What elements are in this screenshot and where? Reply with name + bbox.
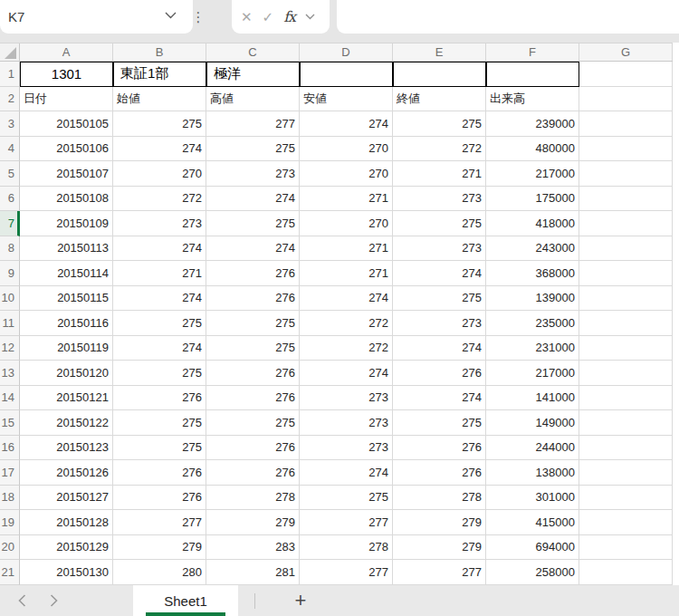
cell-D1[interactable] — [300, 62, 393, 87]
cell-E4[interactable]: 272 — [393, 137, 486, 162]
cell-D2[interactable]: 安値 — [300, 87, 393, 112]
cell-F14[interactable]: 141000 — [486, 386, 579, 411]
row-header-11[interactable]: 11 — [0, 311, 20, 336]
cell-C20[interactable]: 283 — [206, 535, 300, 561]
row-header-9[interactable]: 9 — [0, 261, 20, 286]
row-header-6[interactable]: 6 — [0, 187, 20, 212]
cell-F13[interactable]: 217000 — [486, 361, 579, 386]
cell-F10[interactable]: 139000 — [486, 286, 579, 312]
cell-D18[interactable]: 275 — [300, 486, 393, 511]
cell-C6[interactable]: 274 — [206, 187, 300, 212]
insert-function-icon[interactable]: fx — [283, 8, 295, 25]
cell-A14[interactable]: 20150121 — [20, 386, 113, 411]
cell-B21[interactable]: 280 — [113, 560, 206, 585]
add-sheet-button[interactable]: + — [288, 585, 313, 616]
cell-A20[interactable]: 20150129 — [20, 535, 113, 561]
cell-G15[interactable] — [579, 410, 673, 436]
cell-B13[interactable]: 275 — [113, 361, 206, 386]
formula-bar-input[interactable] — [337, 0, 679, 34]
cell-D4[interactable]: 270 — [300, 137, 393, 162]
cell-A18[interactable]: 20150127 — [20, 486, 113, 511]
row-header-17[interactable]: 17 — [0, 460, 20, 486]
cell-A21[interactable]: 20150130 — [20, 560, 113, 585]
cell-E10[interactable]: 275 — [393, 286, 486, 312]
cell-G4[interactable] — [579, 137, 673, 162]
cell-F18[interactable]: 301000 — [486, 486, 579, 511]
cell-D5[interactable]: 270 — [300, 161, 393, 187]
cell-E2[interactable]: 終値 — [393, 87, 486, 112]
cell-G8[interactable] — [579, 236, 673, 262]
cell-B15[interactable]: 275 — [113, 410, 206, 436]
row-header-3[interactable]: 3 — [0, 111, 20, 137]
select-all-corner[interactable] — [0, 43, 20, 61]
cell-C10[interactable]: 276 — [206, 286, 300, 312]
row-header-2[interactable]: 2 — [0, 87, 20, 112]
cell-E11[interactable]: 273 — [393, 311, 486, 336]
cell-F8[interactable]: 243000 — [486, 236, 579, 262]
cell-C8[interactable]: 274 — [206, 236, 300, 262]
cell-G19[interactable] — [579, 510, 673, 535]
row-header-16[interactable]: 16 — [0, 436, 20, 461]
cell-F17[interactable]: 138000 — [486, 460, 579, 486]
cell-D6[interactable]: 271 — [300, 187, 393, 212]
cell-D20[interactable]: 278 — [300, 535, 393, 561]
cell-F2[interactable]: 出来高 — [486, 87, 579, 112]
cell-G13[interactable] — [579, 361, 673, 386]
cell-C1[interactable]: 極洋 — [206, 62, 300, 87]
cell-B7[interactable]: 273 — [113, 211, 206, 236]
row-header-7[interactable]: 7 — [0, 211, 20, 236]
cell-G6[interactable] — [579, 187, 673, 212]
cell-E16[interactable]: 276 — [393, 436, 486, 461]
cell-C14[interactable]: 276 — [206, 386, 300, 411]
cell-A19[interactable]: 20150128 — [20, 510, 113, 535]
cell-D11[interactable]: 272 — [300, 311, 393, 336]
cell-E3[interactable]: 275 — [393, 111, 486, 137]
cell-D3[interactable]: 274 — [300, 111, 393, 137]
cell-B16[interactable]: 275 — [113, 436, 206, 461]
cell-G10[interactable] — [579, 286, 673, 312]
cell-B3[interactable]: 275 — [113, 111, 206, 137]
cell-D21[interactable]: 277 — [300, 560, 393, 585]
cell-A1[interactable]: 1301 — [20, 62, 113, 87]
cell-F5[interactable]: 217000 — [486, 161, 579, 187]
cell-A7[interactable]: 20150109 — [20, 211, 113, 236]
cell-G3[interactable] — [579, 111, 673, 137]
cell-E13[interactable]: 276 — [393, 361, 486, 386]
cell-B1[interactable]: 東証1部 — [113, 62, 206, 87]
cell-B14[interactable]: 276 — [113, 386, 206, 411]
cell-E19[interactable]: 279 — [393, 510, 486, 535]
vertical-ellipsis-icon[interactable]: ⋮ — [192, 0, 205, 34]
cell-C4[interactable]: 275 — [206, 137, 300, 162]
cell-F16[interactable]: 244000 — [486, 436, 579, 461]
cell-B9[interactable]: 271 — [113, 261, 206, 286]
row-header-15[interactable]: 15 — [0, 410, 20, 436]
cell-D15[interactable]: 273 — [300, 410, 393, 436]
cell-E7[interactable]: 275 — [393, 211, 486, 236]
cell-F3[interactable]: 239000 — [486, 111, 579, 137]
cell-F15[interactable]: 149000 — [486, 410, 579, 436]
cell-F21[interactable]: 258000 — [486, 560, 579, 585]
cell-C18[interactable]: 278 — [206, 486, 300, 511]
cell-B18[interactable]: 276 — [113, 486, 206, 511]
cell-reference[interactable]: K7 — [0, 9, 24, 24]
cell-B11[interactable]: 275 — [113, 311, 206, 336]
cell-E8[interactable]: 273 — [393, 236, 486, 262]
cell-C16[interactable]: 276 — [206, 436, 300, 461]
cell-C17[interactable]: 276 — [206, 460, 300, 486]
row-header-18[interactable]: 18 — [0, 486, 20, 511]
prev-sheet-icon[interactable] — [18, 594, 26, 607]
cell-C3[interactable]: 277 — [206, 111, 300, 137]
cell-E15[interactable]: 275 — [393, 410, 486, 436]
column-header-b[interactable]: B — [113, 43, 206, 61]
cell-G9[interactable] — [579, 261, 673, 286]
cell-B20[interactable]: 279 — [113, 535, 206, 561]
cell-E5[interactable]: 271 — [393, 161, 486, 187]
cell-G5[interactable] — [579, 161, 673, 187]
row-header-21[interactable]: 21 — [0, 560, 20, 585]
cell-C19[interactable]: 279 — [206, 510, 300, 535]
cell-G12[interactable] — [579, 336, 673, 361]
cell-G16[interactable] — [579, 436, 673, 461]
cell-A8[interactable]: 20150113 — [20, 236, 113, 262]
row-header-8[interactable]: 8 — [0, 236, 20, 262]
cell-B10[interactable]: 274 — [113, 286, 206, 312]
